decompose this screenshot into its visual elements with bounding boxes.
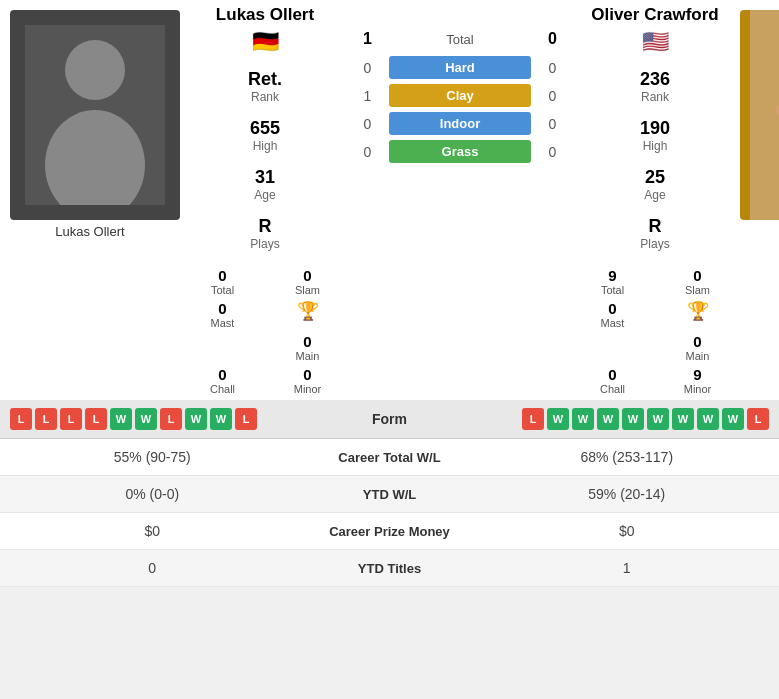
form-badge-left-w: W [135, 408, 157, 430]
left-trophy-icon: 🏆 [297, 300, 319, 322]
grass-right: 0 [535, 144, 570, 160]
form-badge-right-w: W [647, 408, 669, 430]
grass-button[interactable]: Grass [389, 140, 531, 163]
left-total: 0 Total [185, 267, 260, 296]
left-rank: Ret. Rank [248, 69, 282, 104]
form-badge-right-w: W [697, 408, 719, 430]
indoor-left: 0 [350, 116, 385, 132]
form-left: LLLLWWLWWL [10, 408, 330, 430]
form-badge-left-l: L [235, 408, 257, 430]
right-mast: 0 Mast [575, 300, 650, 329]
form-badge-left-w: W [185, 408, 207, 430]
hard-button[interactable]: Hard [389, 56, 531, 79]
right-rank: 236 Rank [640, 69, 670, 104]
form-badge-left-w: W [210, 408, 232, 430]
right-player-name: Oliver Crawford [591, 5, 719, 25]
stats-row-3: 0YTD Titles1 [0, 550, 779, 587]
left-player-info: Lukas Ollert 🇩🇪 Ret. Rank 655 High 31 Ag… [180, 0, 350, 400]
hard-right: 0 [535, 60, 570, 76]
form-badge-left-l: L [85, 408, 107, 430]
clay-row: 1 Clay 0 [350, 84, 570, 107]
right-age: 25 Age [644, 167, 665, 202]
right-player-name-below: Oliver Crawford [740, 220, 779, 243]
indoor-button[interactable]: Indoor [389, 112, 531, 135]
clay-left: 1 [350, 88, 385, 104]
match-stats: 1 Total 0 0 Hard 0 1 Clay 0 [350, 0, 570, 178]
form-badge-left-w: W [110, 408, 132, 430]
right-chall: 0 Chall [575, 366, 650, 395]
hard-row: 0 Hard 0 [350, 56, 570, 79]
left-player-silhouette [10, 10, 180, 220]
right-main: 0 Main [660, 333, 735, 362]
right-minor: 9 Minor [660, 366, 735, 395]
left-player-flag: 🇩🇪 [252, 29, 279, 55]
form-badge-left-l: L [35, 408, 57, 430]
left-age: 31 Age [254, 167, 275, 202]
stats-row-2: $0Career Prize Money$0 [0, 513, 779, 550]
stat-right-2: $0 [490, 523, 765, 539]
left-plays: R Plays [250, 216, 279, 251]
right-trophy-icon-wrapper: 🏆 [660, 300, 735, 329]
left-player-photo [10, 10, 180, 220]
form-badge-left-l: L [10, 408, 32, 430]
form-badge-right-w: W [672, 408, 694, 430]
stat-label-3: YTD Titles [290, 561, 490, 576]
stats-row-1: 0% (0-0)YTD W/L59% (20-14) [0, 476, 779, 513]
total-row: 1 Total 0 [350, 30, 570, 48]
svg-point-1 [65, 40, 125, 100]
left-player-name-below: Lukas Ollert [0, 220, 180, 243]
clay-button[interactable]: Clay [389, 84, 531, 107]
right-plays: R Plays [640, 216, 669, 251]
right-total: 9 Total [575, 267, 650, 296]
form-badge-right-w: W [622, 408, 644, 430]
left-slam: 0 Slam [270, 267, 345, 296]
stat-label-1: YTD W/L [290, 487, 490, 502]
stat-right-3: 1 [490, 560, 765, 576]
right-player-photo-wrapper: Oliver Crawford [740, 0, 779, 243]
form-badge-right-w: W [597, 408, 619, 430]
stat-left-0: 55% (90-75) [15, 449, 290, 465]
main-container: Lukas Ollert Lukas Ollert 🇩🇪 Ret. Rank 6… [0, 0, 779, 587]
total-right-score: 0 [535, 30, 570, 48]
right-titles-grid: 9 Total 0 Slam 0 Mast 🏆 0 Main [575, 267, 735, 395]
right-player-photo [740, 10, 779, 220]
form-badge-left-l: L [160, 408, 182, 430]
stat-label-2: Career Prize Money [290, 524, 490, 539]
form-badge-right-l: L [522, 408, 544, 430]
total-left-score: 1 [350, 30, 385, 48]
left-player-photo-wrapper: Lukas Ollert [0, 0, 180, 243]
stat-right-0: 68% (253-117) [490, 449, 765, 465]
clay-right: 0 [535, 88, 570, 104]
grass-row: 0 Grass 0 [350, 140, 570, 163]
stat-label-0: Career Total W/L [290, 450, 490, 465]
form-badge-right-w: W [547, 408, 569, 430]
form-section: LLLLWWLWWL Form LWWWWWWWWL [0, 400, 779, 439]
right-player-flag: 🇺🇸 [642, 29, 669, 55]
right-trophy-icon: 🏆 [687, 300, 709, 322]
total-label: Total [385, 32, 535, 47]
stat-left-3: 0 [15, 560, 290, 576]
form-label: Form [330, 411, 450, 427]
form-badge-right-w: W [572, 408, 594, 430]
form-badge-right-w: W [722, 408, 744, 430]
left-player-name: Lukas Ollert [216, 5, 314, 25]
hard-left: 0 [350, 60, 385, 76]
svg-rect-3 [750, 10, 779, 220]
left-trophy-icon-wrapper: 🏆 [270, 300, 345, 329]
stat-right-1: 59% (20-14) [490, 486, 765, 502]
right-high: 190 High [640, 118, 670, 153]
stat-left-2: $0 [15, 523, 290, 539]
stats-rows: 55% (90-75)Career Total W/L68% (253-117)… [0, 439, 779, 587]
left-main: 0 Main [270, 333, 345, 362]
left-mast: 0 Mast [185, 300, 260, 329]
left-titles-grid: 0 Total 0 Slam 0 Mast 🏆 0 Main [185, 267, 345, 395]
left-high: 655 High [250, 118, 280, 153]
stats-row-0: 55% (90-75)Career Total W/L68% (253-117) [0, 439, 779, 476]
right-slam: 0 Slam [660, 267, 735, 296]
left-minor: 0 Minor [270, 366, 345, 395]
right-player-info: Oliver Crawford 🇺🇸 236 Rank 190 High 25 … [570, 0, 740, 400]
form-badge-right-l: L [747, 408, 769, 430]
form-right: LWWWWWWWWL [450, 408, 770, 430]
left-chall: 0 Chall [185, 366, 260, 395]
stat-left-1: 0% (0-0) [15, 486, 290, 502]
